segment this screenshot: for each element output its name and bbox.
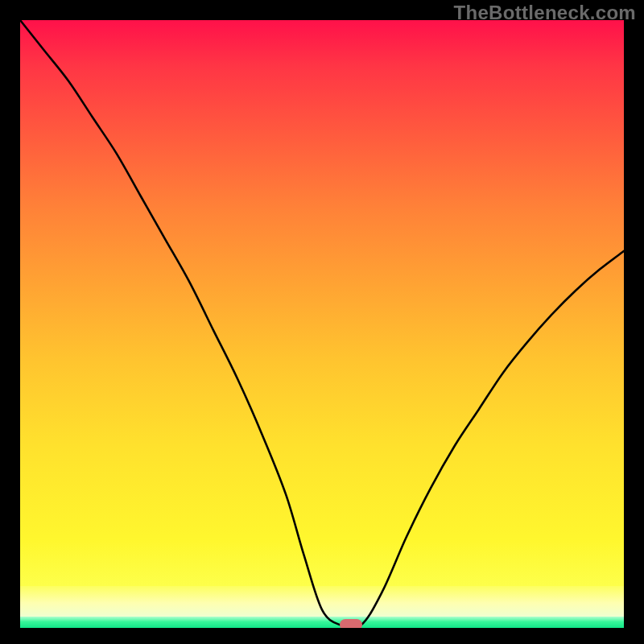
bottleneck-curve-path [20,20,624,628]
plot-area [20,20,624,628]
optimal-point-marker [340,619,362,628]
bottleneck-chart: TheBottleneck.com [0,0,644,644]
watermark-text: TheBottleneck.com [454,2,636,24]
curve-svg [20,20,624,628]
